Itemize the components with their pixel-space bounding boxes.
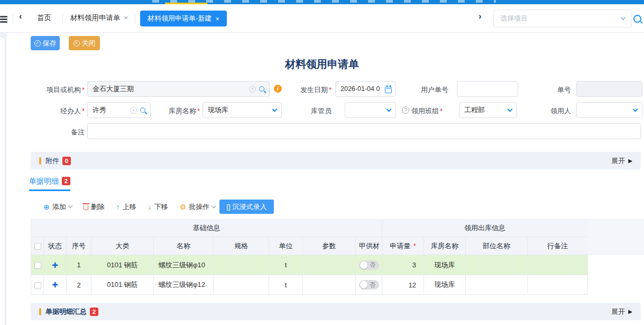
cell-name[interactable]: 螺纹三级钢φ12 bbox=[154, 275, 214, 295]
info-icon[interactable]: i bbox=[274, 85, 282, 93]
row-status: ✚ bbox=[44, 255, 67, 275]
close-icon[interactable]: × bbox=[215, 15, 219, 23]
remark-input[interactable] bbox=[87, 123, 641, 139]
lookup-icon[interactable] bbox=[259, 86, 264, 92]
chevron-down-icon bbox=[621, 15, 626, 21]
save-button[interactable]: ✓ 保存 bbox=[31, 36, 60, 50]
plus-icon[interactable]: ✚ bbox=[52, 281, 58, 289]
cell-category[interactable]: 0101 钢筋 bbox=[91, 255, 154, 275]
grid-toolbar: ⊕ 添加 删除 ↑ 上移 ↓ 下移 ⚙ 批操作 bbox=[43, 200, 215, 214]
hamburger-icon[interactable] bbox=[0, 16, 7, 22]
detail-table: 基础信息 领用出库信息 状态 序号 大类 名称 规格 单位 参数 甲供材 申请量… bbox=[31, 219, 588, 295]
recipient-label: 领用人 bbox=[544, 106, 571, 116]
keeper-select[interactable] bbox=[345, 102, 396, 118]
cell-spec[interactable] bbox=[214, 275, 269, 295]
select-all-checkbox[interactable] bbox=[31, 237, 44, 255]
cell-row-remark[interactable] bbox=[528, 255, 588, 275]
cell-warehouse[interactable]: 现场库 bbox=[424, 255, 466, 275]
warehouse-value: 现场库 bbox=[208, 105, 270, 115]
attachments-label: 附件 bbox=[45, 156, 59, 166]
table-row[interactable]: ✚ 1 0101 钢筋 螺纹三级钢φ10 t 否 3 现场库 bbox=[31, 255, 588, 275]
toggle-knob bbox=[360, 261, 367, 269]
cell-part[interactable] bbox=[466, 275, 528, 295]
search-icon[interactable] bbox=[633, 15, 641, 23]
clear-icon[interactable]: × bbox=[249, 86, 256, 93]
tab-material-request[interactable]: 材料领用申请单× bbox=[70, 13, 128, 23]
project-input[interactable]: 金石大厦三期 × bbox=[87, 81, 270, 97]
table-group-header-row: 基础信息 领用出库信息 bbox=[31, 220, 588, 237]
move-down-button[interactable]: ↓ 下移 bbox=[148, 202, 168, 212]
date-input[interactable]: 2026-01-04 0 bbox=[335, 81, 395, 97]
cell-unit[interactable]: t bbox=[269, 275, 303, 295]
circle-plus-icon: ⊕ bbox=[43, 203, 50, 211]
project-select[interactable]: 选择项目 bbox=[493, 10, 632, 28]
gear-icon: ⚙ bbox=[180, 203, 187, 211]
cell-unit[interactable]: t bbox=[269, 255, 303, 275]
row-checkbox[interactable] bbox=[31, 275, 44, 295]
immersive-label: 沉浸式录入 bbox=[233, 202, 267, 212]
close-button[interactable]: × 关闭 bbox=[69, 36, 100, 50]
section-accent-icon bbox=[39, 308, 41, 315]
handler-input[interactable]: 许秀 × bbox=[87, 102, 151, 118]
project-select-placeholder: 选择项目 bbox=[500, 14, 621, 23]
col-owner-supplied: 甲供材 bbox=[356, 237, 382, 255]
batch-ops-button[interactable]: ⚙ 批操作 bbox=[180, 202, 216, 212]
date-value: 2026-01-04 0 bbox=[341, 85, 382, 93]
user-no-input[interactable] bbox=[457, 81, 518, 97]
tabs-back-icon[interactable]: ‹ bbox=[19, 11, 22, 22]
owner-supplied-toggle[interactable]: 否 bbox=[359, 280, 379, 290]
cell-part[interactable] bbox=[466, 255, 528, 275]
move-up-button[interactable]: ↑ 上移 bbox=[116, 202, 136, 212]
cell-spec[interactable] bbox=[214, 255, 269, 275]
cell-qty[interactable]: 3 bbox=[382, 255, 424, 275]
attachments-expand-button[interactable]: 展开 ▶ bbox=[611, 156, 632, 166]
delete-row-button[interactable]: 删除 bbox=[84, 202, 105, 212]
summary-expand-button[interactable]: 展开 ▶ bbox=[611, 307, 632, 317]
warehouse-select[interactable]: 现场库 bbox=[203, 102, 282, 118]
cell-param[interactable] bbox=[303, 255, 356, 275]
summary-section-bar[interactable]: 单据明细汇总 2 展开 ▶ bbox=[31, 303, 641, 320]
x-circle-icon: × bbox=[73, 40, 80, 47]
calendar-icon[interactable] bbox=[385, 87, 392, 93]
add-row-button[interactable]: ⊕ 添加 bbox=[43, 202, 72, 212]
toggle-label: 否 bbox=[370, 261, 375, 269]
attachments-section-bar[interactable]: 附件 0 展开 ▶ bbox=[31, 152, 641, 169]
cell-row-remark[interactable] bbox=[528, 275, 588, 295]
toggle-label: 否 bbox=[370, 281, 375, 289]
close-button-label: 关闭 bbox=[82, 39, 96, 48]
tab-detail-lines[interactable]: 单据明细 2 bbox=[29, 177, 70, 186]
owner-supplied-toggle[interactable]: 否 bbox=[359, 260, 379, 270]
clear-icon[interactable]: × bbox=[130, 107, 137, 114]
cell-category[interactable]: 0101 钢筋 bbox=[91, 275, 154, 295]
add-label: 添加 bbox=[52, 202, 66, 212]
row-checkbox[interactable] bbox=[31, 255, 44, 275]
help-icon[interactable]: ? bbox=[402, 106, 409, 114]
toggle-knob bbox=[360, 281, 367, 288]
close-icon[interactable]: × bbox=[124, 14, 128, 22]
col-part: 部位名称 bbox=[466, 237, 528, 255]
detail-count-badge: 2 bbox=[62, 177, 70, 185]
cell-owner-supplied: 否 bbox=[356, 275, 382, 295]
divider bbox=[62, 14, 63, 24]
cell-warehouse[interactable]: 现场库 bbox=[424, 275, 466, 295]
tab-home[interactable]: 首页 bbox=[37, 13, 51, 23]
attachments-count-badge: 0 bbox=[62, 157, 71, 165]
expand-arrow-icon: ▶ bbox=[628, 158, 632, 164]
arrow-up-icon: ↑ bbox=[116, 203, 120, 211]
expand-label: 展开 bbox=[611, 307, 625, 317]
cell-name[interactable]: 螺纹三级钢φ10 bbox=[154, 255, 214, 275]
cell-qty[interactable]: 12 bbox=[382, 275, 424, 295]
left-panel-sliver bbox=[0, 33, 6, 325]
immersive-entry-button[interactable]: [] 沉浸式录入 bbox=[219, 200, 274, 214]
tabs-forward-icon[interactable]: › bbox=[479, 11, 482, 22]
tab-material-request-new[interactable]: 材料领用申请单-新建× bbox=[140, 11, 227, 26]
save-button-label: 保存 bbox=[43, 39, 57, 48]
recipient-select[interactable] bbox=[576, 102, 642, 118]
table-row[interactable]: ✚ 2 0101 钢筋 螺纹三级钢φ12 t 否 12 现场库 bbox=[31, 275, 588, 295]
team-select[interactable]: 工程部 bbox=[459, 102, 517, 118]
tab-label: 材料领用申请单-新建 bbox=[148, 14, 211, 23]
cell-param[interactable] bbox=[303, 275, 356, 295]
summary-count-badge: 2 bbox=[90, 308, 98, 316]
lookup-icon[interactable] bbox=[140, 107, 145, 113]
plus-icon[interactable]: ✚ bbox=[52, 261, 58, 269]
